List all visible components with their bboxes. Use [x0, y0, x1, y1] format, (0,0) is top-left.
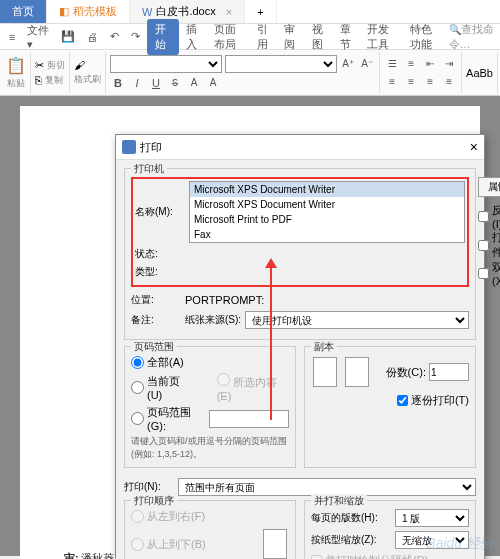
menu-insert[interactable]: 插入 [181, 19, 207, 55]
printer-option[interactable]: Microsoft XPS Document Writer [190, 197, 464, 212]
tb-radio [131, 538, 144, 551]
type-label: 类型: [135, 265, 185, 279]
dialog-title: 打印 [140, 140, 162, 155]
close-icon[interactable]: × [226, 6, 232, 18]
selection-radio [217, 373, 230, 386]
tb-undo-icon[interactable]: ↶ [105, 27, 124, 46]
grow-font-icon[interactable]: A⁺ [340, 56, 356, 72]
highlight-icon[interactable]: A [186, 75, 202, 91]
style-preview[interactable]: AaBb [466, 67, 493, 79]
menu-start[interactable]: 开始 [147, 19, 179, 55]
reviewer-label: 审: [64, 552, 79, 559]
order-group-title: 打印顺序 [131, 494, 177, 508]
align-center-icon[interactable]: ≡ [403, 74, 419, 90]
print-label: 打印(N): [124, 480, 174, 494]
font-select[interactable] [110, 55, 222, 73]
size-select[interactable] [225, 55, 337, 73]
search-input[interactable]: 🔍查找命令… [449, 22, 496, 52]
paste-button[interactable]: 📋 [6, 56, 26, 75]
italic-icon[interactable]: I [129, 75, 145, 91]
range-group-title: 页码范围 [131, 340, 177, 354]
menu-review[interactable]: 审阅 [279, 19, 305, 55]
scale-label: 按纸型缩放(Z): [311, 533, 391, 547]
tb-save-icon[interactable]: 💾 [56, 27, 80, 46]
highlight-box: 名称(M): Microsoft XPS Document Writer Mic… [131, 177, 469, 287]
shrink-font-icon[interactable]: A⁻ [359, 56, 375, 72]
preview-icon [313, 357, 337, 387]
doc-icon: W [142, 6, 152, 18]
gridline-checkbox [311, 555, 322, 559]
align-justify-icon[interactable]: ≡ [441, 74, 457, 90]
numbering-icon[interactable]: ≡ [403, 56, 419, 72]
status-label: 状态: [135, 247, 185, 261]
printer-option[interactable]: Fax [190, 227, 464, 242]
tb-print-icon[interactable]: 🖨 [82, 28, 103, 46]
template-icon: ◧ [59, 5, 69, 18]
copy-button[interactable]: ⎘ [35, 74, 42, 86]
pages-radio[interactable] [131, 412, 144, 425]
copies-input[interactable] [429, 363, 469, 381]
copies-group-title: 副本 [311, 340, 337, 354]
properties-button[interactable]: 属性(P)... [478, 177, 500, 197]
bold-icon[interactable]: B [110, 75, 126, 91]
printer-group-title: 打印机 [131, 162, 167, 176]
tofile-checkbox[interactable] [478, 240, 489, 251]
underline-icon[interactable]: U [148, 75, 164, 91]
location-value: PORTPROMPT: [185, 294, 264, 306]
printer-select[interactable]: Microsoft XPS Document Writer Microsoft … [189, 181, 465, 243]
annotation-arrow [270, 260, 272, 420]
menu-app[interactable]: ≡ [4, 28, 20, 46]
menu-file[interactable]: 文件 ▾ [22, 20, 54, 54]
paste-label: 粘贴 [6, 77, 26, 90]
menu-feature[interactable]: 特色功能 [405, 19, 446, 55]
ppsheet-label: 每页的版数(H): [311, 511, 391, 525]
source-select[interactable]: 使用打印机设 [245, 311, 469, 329]
ppsheet-select[interactable]: 1 版 [395, 509, 469, 527]
bullets-icon[interactable]: ☰ [384, 56, 400, 72]
format-painter-button[interactable]: 🖌 [74, 59, 101, 71]
copies-label: 份数(C): [386, 366, 426, 378]
menu-dev[interactable]: 开发工具 [362, 19, 403, 55]
indent-inc-icon[interactable]: ⇥ [441, 56, 457, 72]
comment-label: 备注: [131, 313, 181, 327]
tb-redo-icon[interactable]: ↷ [126, 27, 145, 46]
close-button[interactable]: × [470, 139, 478, 155]
watermark: Baidu 经验 [426, 535, 494, 553]
reverse-checkbox[interactable] [478, 211, 489, 222]
print-dialog: 打印 × 打印机 名称(M): Microsoft XPS Document W… [115, 134, 485, 559]
menu-layout[interactable]: 页面布局 [209, 19, 250, 55]
pages-input[interactable] [209, 410, 289, 428]
current-radio[interactable] [131, 381, 144, 394]
print-icon [122, 140, 136, 154]
cut-button[interactable]: ✂ [35, 59, 44, 72]
strike-icon[interactable]: S̶ [167, 75, 183, 91]
range-hint: 请键入页码和/或用逗号分隔的页码范围(例如: 1,3,5-12)。 [131, 435, 289, 461]
tab-template[interactable]: ◧稻壳模板 [47, 0, 130, 23]
printer-option[interactable]: Microsoft Print to PDF [190, 212, 464, 227]
format-label: 格式刷 [74, 73, 101, 86]
menu-ref[interactable]: 引用 [252, 19, 278, 55]
align-left-icon[interactable]: ≡ [384, 74, 400, 90]
order-preview-icon [263, 529, 287, 559]
all-radio[interactable] [131, 356, 144, 369]
scale-group-title: 并打和缩放 [311, 494, 367, 508]
source-label: 纸张来源(S): [185, 313, 241, 327]
name-label: 名称(M): [135, 205, 185, 219]
color-icon[interactable]: A [205, 75, 221, 91]
preview-icon [345, 357, 369, 387]
menu-view[interactable]: 视图 [307, 19, 333, 55]
collate-checkbox[interactable] [397, 395, 408, 406]
location-label: 位置: [131, 293, 181, 307]
lr-radio [131, 510, 144, 523]
align-right-icon[interactable]: ≡ [422, 74, 438, 90]
indent-dec-icon[interactable]: ⇤ [422, 56, 438, 72]
menu-section[interactable]: 章节 [335, 19, 361, 55]
duplex-checkbox[interactable] [478, 268, 489, 279]
